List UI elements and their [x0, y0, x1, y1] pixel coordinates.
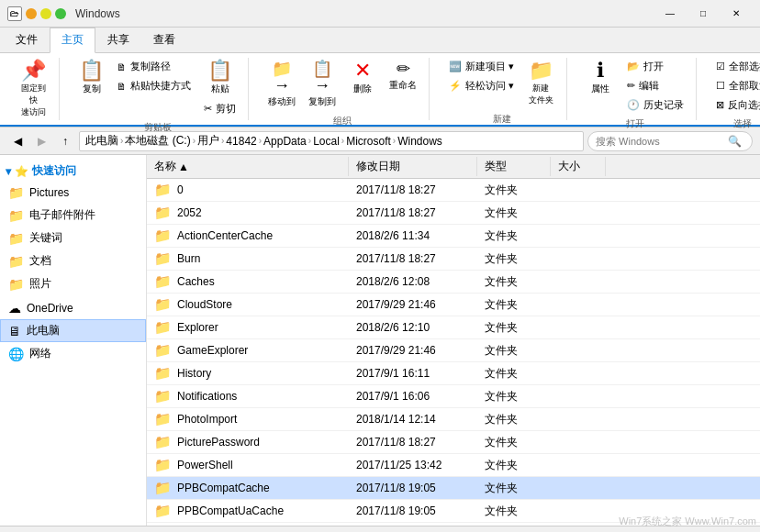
folder-icon: 📁 [154, 227, 172, 244]
file-size [551, 417, 606, 421]
paste-shortcut-button[interactable]: 🗎 粘贴快捷方式 [112, 77, 196, 94]
folder-icon: 📁 [154, 388, 172, 405]
copy-button[interactable]: 📋 复制 [74, 58, 108, 98]
search-box[interactable]: 🔍 [587, 131, 753, 151]
title-icon-3 [40, 8, 51, 19]
file-name-text: ActionCenterCache [177, 229, 273, 242]
ribbon-group-organize: 📁→ 移动到 📋→ 复制到 ✕ 删除 ✏ 重命名 组织 [256, 58, 430, 120]
file-row[interactable]: 📁 0 2017/11/8 18:27 文件夹 [147, 179, 760, 202]
copy-path-button[interactable]: 🗎 复制路径 [112, 58, 196, 75]
cut-button[interactable]: ✂ 剪切 [199, 100, 240, 117]
file-type: 文件夹 [477, 456, 551, 475]
file-type: 文件夹 [477, 502, 551, 521]
properties-label: 属性 [591, 83, 609, 95]
ribbon-tab-share[interactable]: 共享 [95, 28, 141, 52]
forward-button[interactable]: ▶ [31, 131, 51, 151]
file-name-text: Explorer [177, 321, 218, 334]
ribbon-tab-view[interactable]: 查看 [141, 28, 187, 52]
paste-button[interactable]: 📋 粘贴 [203, 58, 237, 98]
file-row[interactable]: 📁 PowerShell 2017/11/25 13:42 文件夹 [147, 454, 760, 477]
new-folder-icon: 📁 [529, 61, 553, 81]
file-size [551, 257, 606, 260]
new-folder-label: 新建文件夹 [529, 83, 553, 106]
back-button[interactable]: ◀ [7, 131, 28, 151]
properties-button[interactable]: ℹ 属性 [582, 58, 619, 98]
file-row[interactable]: 📁 PPBCompatCache 2017/11/8 19:05 文件夹 [147, 477, 760, 500]
select-none-label: 全部取消 [729, 79, 760, 93]
new-item-button[interactable]: 🆕 新建项目 ▾ [444, 58, 519, 75]
file-type: 文件夹 [477, 525, 551, 526]
rename-button[interactable]: ✏ 重命名 [385, 58, 421, 94]
copy-icon: 📋 [79, 61, 104, 81]
file-size [551, 463, 606, 467]
file-name-text: 0 [177, 183, 184, 196]
move-to-button[interactable]: 📁→ 移动到 [263, 58, 300, 111]
easy-access-button[interactable]: ⚡ 轻松访问 ▾ [444, 77, 519, 94]
file-row[interactable]: 📁 2052 2017/11/8 18:27 文件夹 [147, 202, 760, 225]
folder-icon: 📁 [154, 411, 172, 427]
address-path[interactable]: 此电脑 › 本地磁盘 (C:) › 用户 › 41842 › AppData ›… [79, 131, 584, 151]
file-type: 文件夹 [477, 272, 551, 292]
path-segment-users: 用户 [197, 133, 219, 149]
file-row[interactable]: 📁 Explorer 2018/2/6 12:10 文件夹 [147, 316, 760, 339]
delete-button[interactable]: ✕ 删除 [344, 58, 381, 98]
col-modified[interactable]: 修改日期 [349, 157, 477, 176]
ribbon-tab-file[interactable]: 文件 [4, 28, 50, 52]
sidebar-item-keywords[interactable]: 📁 关键词 [0, 227, 146, 249]
folder-icon: 📁 [154, 296, 172, 313]
ribbon-group-open: ℹ 属性 📂 打开 ✏ 编辑 🕐 历史记录 [575, 58, 697, 120]
file-row[interactable]: 📁 PicturePassword 2017/11/8 18:27 文件夹 [147, 431, 760, 454]
folder-icon: 📁 [154, 365, 172, 382]
sidebar-item-pictures[interactable]: 📁 Pictures [0, 182, 146, 204]
ribbon: 文件 主页 共享 查看 📌 固定到快速访问 📋 复制 [0, 28, 760, 127]
file-row[interactable]: 📁 Notifications 2017/9/1 16:06 文件夹 [147, 385, 760, 408]
new-folder-button[interactable]: 📁 新建文件夹 [522, 58, 559, 109]
ribbon-group-select: ☑ 全部选择 ☐ 全部取消 ⊠ 反向选择 选择 [704, 58, 760, 120]
history-button[interactable]: 🕐 历史记录 [622, 96, 688, 114]
edit-button[interactable]: ✏ 编辑 [622, 77, 688, 94]
file-row[interactable]: 📁 CloudStore 2017/9/29 21:46 文件夹 [147, 294, 760, 316]
sidebar-item-this-pc[interactable]: 🖥 此电脑 [0, 319, 146, 342]
file-name-text: PPBCompatCache [177, 482, 270, 494]
edit-icon: ✏ [627, 80, 635, 92]
sidebar-item-email[interactable]: 📁 电子邮件附件 [0, 204, 146, 227]
sidebar-item-documents[interactable]: 📁 文档 [0, 249, 146, 272]
file-size [551, 211, 606, 215]
sidebar-item-onedrive[interactable]: ☁ OneDrive [0, 297, 146, 319]
sidebar-item-network[interactable]: 🌐 网络 [0, 342, 146, 365]
maximize-button[interactable]: □ [687, 5, 720, 23]
file-type: 文件夹 [477, 364, 551, 383]
close-button[interactable]: ✕ [720, 5, 753, 23]
col-size[interactable]: 大小 [551, 157, 606, 176]
file-row[interactable]: 📁 PhotoImport 2018/1/14 12:14 文件夹 [147, 408, 760, 431]
select-none-button[interactable]: ☐ 全部取消 [711, 77, 760, 94]
window-controls[interactable]: — □ ✕ [654, 5, 753, 23]
file-modified: 2017/9/29 21:46 [349, 296, 477, 313]
file-row[interactable]: 📁 Burn 2017/11/8 18:27 文件夹 [147, 248, 760, 271]
open-button[interactable]: 📂 打开 [622, 58, 688, 75]
quick-access-arrow: ▾ [6, 165, 11, 178]
file-row[interactable]: 📁 GameExplorer 2017/9/29 21:46 文件夹 [147, 339, 760, 362]
minimize-button[interactable]: — [654, 5, 687, 23]
folder-icon: 📁 [154, 250, 172, 267]
path-arrow-7: › [393, 136, 396, 146]
path-arrow-2: › [193, 136, 196, 146]
select-all-button[interactable]: ☑ 全部选择 [711, 58, 760, 75]
copy-to-button[interactable]: 📋→ 复制到 [304, 58, 341, 111]
file-row[interactable]: 📁 ActionCenterCache 2018/2/6 11:34 文件夹 [147, 225, 760, 248]
sidebar-item-photos[interactable]: 📁 照片 [0, 272, 146, 295]
col-name[interactable]: 名称 ▲ [147, 157, 349, 176]
open-group-label: 打开 [626, 116, 644, 130]
file-row[interactable]: 📁 Caches 2018/2/6 12:08 文件夹 [147, 271, 760, 294]
search-input[interactable] [596, 136, 724, 147]
title-bar: 🗁 Windows — □ ✕ [0, 0, 760, 28]
up-button[interactable]: ↑ [55, 131, 75, 151]
col-type[interactable]: 类型 [477, 157, 551, 176]
file-modified: 2017/11/8 18:27 [349, 250, 477, 267]
file-row[interactable]: 📁 History 2017/9/1 16:11 文件夹 [147, 362, 760, 385]
invert-selection-button[interactable]: ⊠ 反向选择 [711, 96, 760, 114]
sidebar-quick-access-header[interactable]: ▾ ⭐ 快速访问 [0, 161, 146, 182]
onedrive-label: OneDrive [27, 302, 73, 315]
pin-to-quick-access-button[interactable]: 📌 固定到快速访问 [15, 58, 51, 121]
ribbon-tab-home[interactable]: 主页 [50, 28, 95, 53]
